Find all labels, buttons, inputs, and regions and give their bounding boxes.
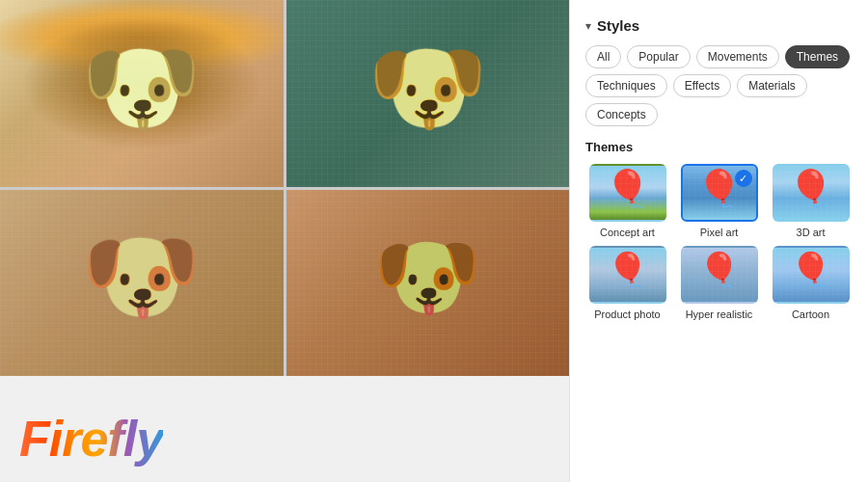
pixel-art-thumbnail <box>681 164 758 222</box>
theme-concept-art[interactable]: Concept art <box>585 164 669 238</box>
filter-themes[interactable]: Themes <box>785 45 850 68</box>
filter-movements[interactable]: Movements <box>696 45 779 68</box>
right-panel: ▾ Styles All Popular Movements Themes Te… <box>569 0 868 482</box>
generated-image-2[interactable] <box>286 0 570 187</box>
generated-image-1[interactable] <box>0 0 284 187</box>
generated-image-3[interactable] <box>0 190 284 377</box>
left-panel: Firefly <box>0 0 569 482</box>
chevron-down-icon: ▾ <box>585 19 591 33</box>
filter-row-2: Techniques Effects Materials Concepts <box>585 74 853 126</box>
theme-thumbnail-grid: Concept art Pixel art 3D art Product pho… <box>585 164 853 320</box>
cartoon-thumbnail <box>773 246 850 304</box>
styles-header: ▾ Styles <box>585 17 853 34</box>
generated-image-4[interactable] <box>286 190 570 377</box>
cartoon-label: Cartoon <box>792 308 829 320</box>
theme-product-photo[interactable]: Product photo <box>585 246 669 320</box>
product-photo-thumbnail <box>589 246 666 304</box>
3d-art-label: 3D art <box>797 227 826 238</box>
filter-row-1: All Popular Movements Themes <box>585 45 853 68</box>
image-grid <box>0 0 569 376</box>
hyper-realistic-label: Hyper realistic <box>686 308 753 320</box>
theme-pixel-art[interactable]: Pixel art <box>677 164 761 238</box>
theme-cartoon[interactable]: Cartoon <box>769 246 853 320</box>
styles-title: Styles <box>597 17 639 34</box>
firefly-logo: Firefly <box>19 410 163 468</box>
hyper-realistic-thumbnail <box>681 246 758 304</box>
filter-materials[interactable]: Materials <box>737 74 807 97</box>
filter-all[interactable]: All <box>585 45 621 68</box>
pixel-art-label: Pixel art <box>700 227 739 238</box>
theme-hyper-realistic[interactable]: Hyper realistic <box>677 246 761 320</box>
filter-concepts[interactable]: Concepts <box>585 103 658 126</box>
filter-effects[interactable]: Effects <box>673 74 731 97</box>
concept-art-thumbnail <box>589 164 666 222</box>
product-photo-label: Product photo <box>594 308 661 320</box>
filter-popular[interactable]: Popular <box>627 45 690 68</box>
filter-techniques[interactable]: Techniques <box>585 74 667 97</box>
themes-section-label: Themes <box>585 140 853 154</box>
concept-art-label: Concept art <box>600 227 655 238</box>
theme-3d-art[interactable]: 3D art <box>769 164 853 238</box>
3d-art-thumbnail <box>773 164 850 222</box>
